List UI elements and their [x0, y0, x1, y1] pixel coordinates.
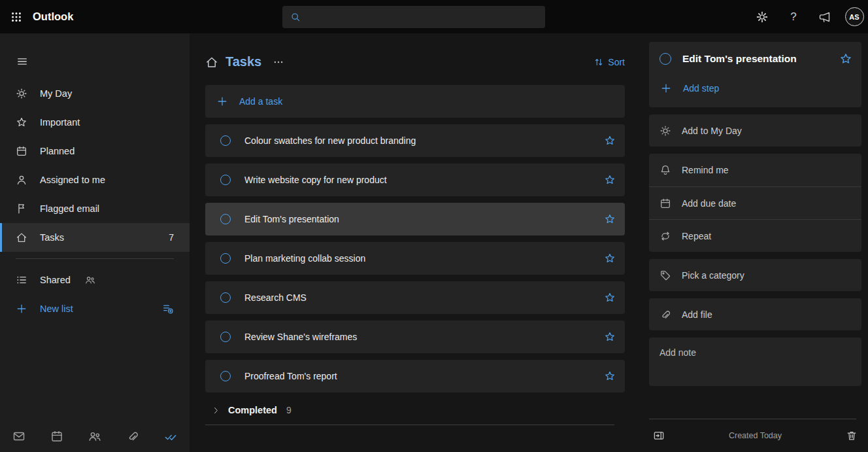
sidebar-divider [16, 258, 174, 259]
sidebar-item-flagged-email[interactable]: Flagged email [0, 194, 190, 223]
complete-task-circle[interactable] [659, 53, 671, 65]
task-title: Research CMS [244, 292, 604, 303]
gear-icon [756, 10, 769, 24]
app-launcher-button[interactable] [0, 0, 33, 33]
task-detail-panel: Edit Tom's presentation Add step Add to … [636, 33, 868, 452]
search-input[interactable] [306, 12, 537, 22]
ellipsis-icon [273, 57, 284, 67]
feedback-button[interactable] [809, 0, 841, 33]
trash-icon [846, 430, 858, 442]
favorite-star-icon[interactable] [839, 52, 852, 65]
topbar: Outlook ? AS [0, 0, 868, 33]
task-title: Colour swatches for new product branding [244, 135, 604, 146]
hide-pane-icon [653, 430, 665, 442]
task-row[interactable]: Proofread Tom's report [205, 360, 625, 392]
add-task-input[interactable]: Add a task [205, 85, 625, 118]
plus-icon [660, 82, 672, 94]
complete-task-circle[interactable] [220, 332, 231, 342]
detail-action-repeat[interactable]: Repeat [649, 219, 861, 252]
detail-action-add-file[interactable]: Add file [649, 298, 861, 330]
favorite-star-icon[interactable] [604, 370, 616, 382]
megaphone-icon [818, 10, 831, 24]
completed-count: 9 [286, 405, 292, 415]
calendar-icon [659, 198, 671, 209]
help-button[interactable]: ? [778, 0, 809, 33]
favorite-star-icon[interactable] [604, 331, 616, 343]
new-group-icon[interactable] [162, 303, 174, 315]
calendar-icon [16, 145, 27, 157]
settings-button[interactable] [746, 0, 778, 33]
new-list-button[interactable]: New list [0, 294, 190, 323]
task-row[interactable]: Plan marketing collab session [205, 242, 625, 275]
created-date: Created Today [669, 431, 842, 440]
complete-task-circle[interactable] [220, 371, 231, 381]
action-label: Pick a category [682, 270, 744, 281]
sidebar-item-shared[interactable]: Shared [0, 266, 190, 294]
account-button[interactable]: AS [841, 0, 868, 33]
task-detail-title[interactable]: Edit Tom's presentation [682, 53, 828, 65]
favorite-star-icon[interactable] [604, 292, 616, 304]
task-title: Review Shane's wireframes [244, 332, 604, 342]
complete-task-circle[interactable] [220, 214, 231, 224]
favorite-star-icon[interactable] [604, 135, 616, 147]
favorite-star-icon[interactable] [604, 213, 616, 225]
star-icon [16, 116, 27, 128]
sidebar-item-my-day[interactable]: My Day [0, 79, 190, 108]
delete-task-button[interactable] [842, 426, 861, 445]
person-icon [16, 174, 27, 186]
add-to-my-day-button[interactable]: Add to My Day [649, 114, 861, 147]
complete-task-circle[interactable] [220, 135, 231, 146]
flag-icon [16, 203, 27, 215]
app-title: Outlook [33, 10, 73, 23]
complete-task-circle[interactable] [220, 175, 231, 185]
favorite-star-icon[interactable] [604, 252, 616, 264]
task-title: Write website copy for new product [244, 175, 604, 185]
completed-toggle[interactable]: Completed 9 [205, 405, 625, 415]
task-row[interactable]: Research CMS [205, 281, 625, 314]
action-label: Add due date [682, 198, 736, 209]
detail-action-pick-a-category[interactable]: Pick a category [649, 259, 861, 291]
sidebar-toggle-button[interactable] [16, 56, 28, 67]
complete-task-circle[interactable] [220, 292, 231, 303]
task-list: Colour swatches for new product branding… [205, 124, 625, 392]
sidebar-item-important[interactable]: Important [0, 108, 190, 137]
people-app-button[interactable] [88, 430, 101, 443]
task-title: Edit Tom's presentation [244, 214, 604, 224]
add-task-label: Add a task [239, 96, 282, 107]
task-row[interactable]: Colour swatches for new product branding [205, 124, 625, 157]
completed-divider [205, 425, 614, 425]
detail-action-add-due-date[interactable]: Add due date [649, 186, 861, 219]
paperclip-icon [126, 430, 139, 443]
todo-app-button[interactable] [164, 430, 177, 443]
sidebar-item-planned[interactable]: Planned [0, 137, 190, 165]
outlook-app: Outlook ? AS [0, 0, 868, 452]
list-options-button[interactable] [272, 56, 285, 69]
files-app-button[interactable] [126, 430, 139, 443]
search-box[interactable] [282, 6, 545, 28]
sidebar-item-tasks[interactable]: Tasks 7 [0, 223, 190, 252]
sun-icon [659, 125, 671, 137]
sidebar-item-assigned-to-me[interactable]: Assigned to me [0, 165, 190, 194]
add-step-button[interactable]: Add step [659, 82, 852, 94]
people-icon [88, 430, 101, 443]
complete-task-circle[interactable] [220, 253, 231, 264]
task-title: Proofread Tom's report [244, 371, 604, 381]
sort-button[interactable]: Sort [593, 57, 625, 67]
task-row[interactable]: Review Shane's wireframes [205, 321, 625, 353]
task-detail-header: Edit Tom's presentation Add step [649, 42, 861, 107]
detail-footer: Created Today [649, 419, 861, 452]
task-row[interactable]: Edit Tom's presentation [205, 203, 625, 235]
sort-icon [593, 57, 604, 67]
add-note-input[interactable]: Add note [649, 338, 861, 386]
calendar-app-button[interactable] [50, 430, 63, 443]
task-row[interactable]: Write website copy for new product [205, 164, 625, 196]
mail-app-button[interactable] [12, 430, 25, 443]
search-icon [290, 12, 301, 22]
waffle-icon [10, 11, 22, 23]
hide-detail-button[interactable] [649, 426, 669, 445]
sort-label: Sort [608, 57, 625, 67]
schedule-group: Remind me Add due date Repeat [649, 154, 861, 252]
favorite-star-icon[interactable] [604, 174, 616, 186]
calendar-icon [50, 430, 63, 443]
detail-action-remind-me[interactable]: Remind me [649, 154, 861, 186]
